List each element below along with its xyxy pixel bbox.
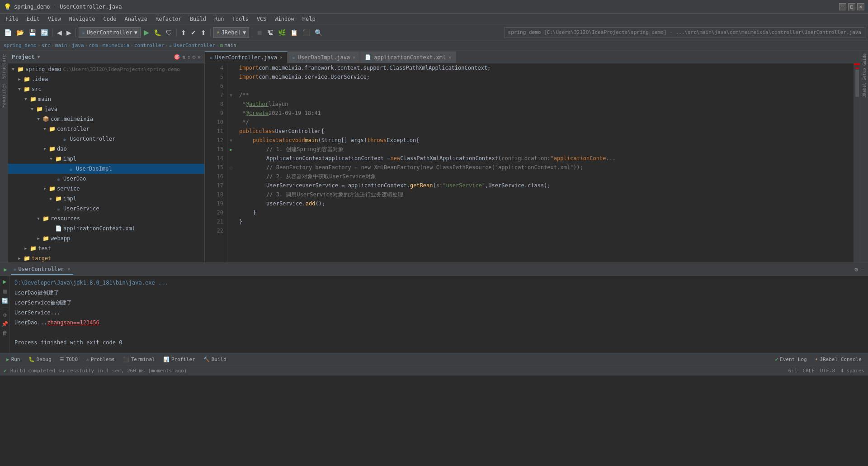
tree-item-service[interactable]: ▼ 📁 service — [8, 184, 204, 194]
favorites-icon[interactable]: Favorites — [0, 81, 7, 109]
bc-src[interactable]: src — [41, 43, 50, 48]
search-button[interactable]: 🔍 — [313, 27, 324, 38]
run-tab-close[interactable]: ✕ — [68, 266, 71, 271]
project-settings-icon[interactable]: ⚙ — [193, 54, 196, 60]
tree-item-spring-demo[interactable]: ▼ 📁 spring_demo C:\Users\32120\IdeaProje… — [8, 64, 204, 74]
menu-window[interactable]: Window — [271, 15, 297, 23]
bc-java[interactable]: java — [72, 43, 84, 48]
bc-usercontroller[interactable]: UserController — [173, 43, 215, 48]
jrebel-dropdown[interactable]: ⚡ JRebel ▼ — [213, 27, 249, 38]
run-config-dropdown[interactable]: ☕ UserController ▼ — [79, 27, 141, 38]
project-close-icon[interactable]: ✕ — [198, 54, 201, 60]
tree-item-target[interactable]: ▶ 📁 target — [8, 253, 204, 262]
tree-item-main[interactable]: ▼ 📁 main — [8, 94, 204, 104]
run-minimize-icon[interactable]: — — [861, 266, 864, 273]
minimize-button[interactable]: — — [839, 3, 846, 10]
run-stop-icon[interactable]: ⏹ — [2, 288, 8, 295]
tree-item-userdaoimpl[interactable]: ☕ UserDaoImpl — [8, 164, 204, 174]
code-content[interactable]: import com.meimeixia.framework.context.s… — [235, 63, 854, 262]
menu-vcs[interactable]: VCS — [253, 15, 270, 23]
run-with-coverage-button[interactable]: 🛡 — [165, 27, 174, 38]
jrebel-setup-label[interactable]: JRebel Setup Guide — [861, 51, 868, 100]
maven-button[interactable]: 🏗 — [266, 27, 275, 38]
menu-refactor[interactable]: Refactor — [152, 15, 185, 23]
tree-item-controller[interactable]: ▼ 📁 controller — [8, 124, 204, 134]
menu-run[interactable]: Run — [211, 15, 228, 23]
structure-icon[interactable]: Structure — [0, 52, 7, 81]
tab-usercontroller[interactable]: ☕ UserController.java ✕ — [205, 51, 288, 63]
cursor-position[interactable]: 6:1 — [788, 368, 797, 374]
run-settings-icon[interactable]: ⚙ — [854, 266, 858, 273]
bc-controller[interactable]: controller — [134, 43, 164, 48]
event-log-btn[interactable]: ✔ Event Log — [771, 355, 810, 365]
open-button[interactable]: 📂 — [15, 27, 25, 38]
tree-item-com-meimeixia[interactable]: ▼ 📦 com.meimeixia — [8, 114, 204, 124]
debug-button[interactable]: 🐛 — [152, 27, 163, 38]
menu-code[interactable]: Code — [100, 15, 120, 23]
maximize-button[interactable]: □ — [848, 3, 855, 10]
tree-item-webapp[interactable]: ▶ 📁 webapp — [8, 233, 204, 243]
todo-tool-btn[interactable]: ☰ TODO — [56, 355, 82, 365]
tree-item-userdao[interactable]: ☕ UserDao — [8, 174, 204, 184]
locate-icon[interactable]: 🎯 — [174, 54, 180, 60]
bc-com[interactable]: com — [89, 43, 98, 48]
menu-build[interactable]: Build — [186, 15, 210, 23]
run-button[interactable]: ▶ — [142, 27, 151, 38]
problems-tool-btn[interactable]: ⚠ Problems — [82, 355, 118, 365]
commit-button[interactable]: ✔ — [189, 27, 198, 38]
vcs-2-button[interactable]: 📋 — [289, 27, 299, 38]
bc-spring-demo[interactable]: spring_demo — [4, 43, 37, 48]
line-separator[interactable]: CRLF — [802, 368, 815, 374]
vcs-button[interactable]: 🌿 — [277, 27, 287, 38]
run-play-icon[interactable]: ▶ — [3, 278, 6, 285]
tab-appcontext[interactable]: 📄 applicationContext.xml ✕ — [360, 51, 456, 63]
forward-button[interactable]: ▶ — [65, 27, 73, 38]
tree-item-test[interactable]: ▶ 📁 test — [8, 243, 204, 253]
tree-item-usercontroller[interactable]: ☕ UserController — [8, 134, 204, 144]
bc-meimeixia[interactable]: meimeixia — [103, 43, 130, 48]
editor-scrollbar[interactable] — [854, 63, 860, 262]
expand-all-icon[interactable]: ⇅ — [182, 54, 185, 60]
update-button[interactable]: ⬆ — [179, 27, 188, 38]
profiler-tool-btn[interactable]: 📊 Profiler — [160, 355, 199, 365]
debug-tool-btn[interactable]: 🐛 Debug — [25, 355, 55, 365]
tree-item-java[interactable]: ▼ 📁 java — [8, 104, 204, 114]
tab-uc-close[interactable]: ✕ — [280, 55, 283, 60]
terminal-tool-btn[interactable]: ⬛ Terminal — [119, 355, 159, 365]
push-button[interactable]: ⬆ — [199, 27, 208, 38]
save-button[interactable]: 💾 — [27, 27, 38, 38]
run-tab-usercontroller[interactable]: ☕ UserController ✕ — [11, 264, 73, 275]
terminal-btn[interactable]: ⬛ — [301, 27, 311, 38]
project-dropdown-arrow[interactable]: ▼ — [38, 54, 40, 59]
close-button[interactable]: ✕ — [857, 3, 864, 10]
code-editor[interactable]: 4 5 6 7 8 9 10 11 12 13 14 15 16 17 18 1… — [205, 63, 860, 262]
stop-button[interactable]: ⏹ — [255, 27, 264, 38]
file-encoding[interactable]: UTF-8 — [820, 368, 835, 374]
run-rerun-icon[interactable]: 🔄 — [1, 298, 8, 304]
tree-item-service-impl[interactable]: ▶ 📁 impl — [8, 194, 204, 204]
run-tool-btn[interactable]: ▶ Run — [3, 355, 24, 365]
scrollbar-track[interactable] — [854, 65, 860, 262]
menu-view[interactable]: View — [44, 15, 65, 23]
tab-userdaoimpl[interactable]: ☕ UserDaoImpl.java ✕ — [288, 51, 360, 63]
tab-ac-close[interactable]: ✕ — [448, 55, 451, 60]
tab-udi-close[interactable]: ✕ — [353, 55, 355, 60]
bc-main-method[interactable]: main — [224, 43, 236, 48]
tree-item-impl[interactable]: ▼ 📁 impl — [8, 154, 204, 164]
menu-tools[interactable]: Tools — [229, 15, 252, 23]
run-clear-icon[interactable]: 🗑 — [2, 330, 8, 336]
new-file-button[interactable]: 📄 — [3, 27, 13, 38]
tree-item-resources[interactable]: ▼ 📁 resources — [8, 214, 204, 223]
run-settings-2-icon[interactable]: ⚙ — [3, 312, 6, 318]
tree-item-userservice[interactable]: ☕ UserService — [8, 204, 204, 214]
menu-help[interactable]: Help — [299, 15, 319, 23]
menu-navigate[interactable]: Navigate — [66, 15, 99, 23]
indent-setting[interactable]: 4 spaces — [840, 368, 864, 374]
tree-item-dao[interactable]: ▼ 📁 dao — [8, 144, 204, 154]
menu-analyze[interactable]: Analyze — [121, 15, 151, 23]
tree-item-idea[interactable]: ▶ 📁 .idea — [8, 74, 204, 84]
scrollbar-thumb[interactable] — [855, 70, 859, 97]
back-button[interactable]: ◀ — [56, 27, 63, 38]
sync-button[interactable]: 🔄 — [39, 27, 50, 38]
bc-main[interactable]: main — [55, 43, 67, 48]
